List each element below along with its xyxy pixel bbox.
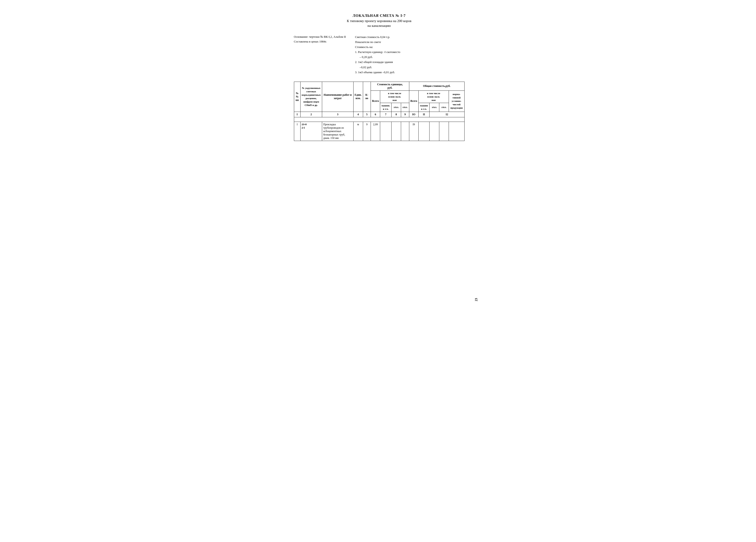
header-price-vtom: в том числеоснов-эксп.ная [380,91,409,103]
data-normative [449,122,464,141]
num-6: 6 [371,112,380,117]
info-left: Основание: чертежи № ВК-I,2, Альбом II С… [294,35,346,75]
page: ЛОКАЛЬНАЯ СМЕТА № I-7 К типовому проекту… [276,0,480,542]
table-row-1: I 23-8 2-I Прокладка трубопроводов из ас… [294,122,464,141]
header-price-zpl: з/пл. [401,103,409,112]
table-header-row1: №№пп № укрупненных сметных норм,единичны… [294,82,464,91]
header-price-group: Стоимость единицы,руб. [371,82,409,91]
header-total-zpl: з/пл. [439,103,449,112]
header-total-vtch: з/пл. [430,103,439,112]
info-right-line4: 1. Расчетную единицу -I скотоместо [355,50,464,55]
header-price-main: машин.в т.ч. [380,103,392,112]
table-number-row: I 2 3 4 5 6 7 8 9 IO II I2 [294,112,464,117]
info-right-line8: 3. 1м3 объема здания –0,01 руб. [355,70,464,75]
title-main: ЛОКАЛЬНАЯ СМЕТА № I-7 [294,14,465,18]
data-total-zpl [439,122,449,141]
header-normative: норма-тивной условно-чистой продукции [449,91,464,112]
header-total-main: машин в т.ч. [418,103,430,112]
data-price-mach [391,122,401,141]
info-right-line6: 2. 1м2 общей площади здания [355,60,464,65]
header-price-total: Всего [371,91,380,112]
header-col-qty: К-во [363,82,371,112]
side-label: 23 [475,298,478,301]
num-11: II [418,112,430,117]
info-left-line1: Основание: чертежи № ВК-I,2, Альбом II [294,35,346,39]
num-5: 5 [363,112,371,117]
data-unit: м [353,122,363,141]
info-right: Сметная стоимость 0,04 т.р. Показатели п… [355,35,464,75]
data-name-cell: Прокладка трубопроводов из асбоцементных… [322,122,353,141]
info-right-line3: Стоимость на: [355,45,464,50]
info-section: Основание: чертежи № ВК-I,2, Альбом II С… [294,35,465,75]
title-section: ЛОКАЛЬНАЯ СМЕТА № I-7 К типовому проекту… [294,14,465,28]
num-1: I [294,112,300,117]
num-8: 8 [391,112,401,117]
num-2: 2 [300,112,322,117]
num-7: 7 [380,112,392,117]
num-12: I2 [430,112,464,117]
header-price-vtch: з/пл. [391,103,401,112]
title-sub1: К типовому проекту коровника на 200 коро… [294,19,465,23]
data-num: I [294,122,300,141]
data-total-mach [430,122,439,141]
num-10: IO [409,112,418,117]
data-code: 23-8 2-I [300,122,322,141]
data-total-all: I9 [409,122,418,141]
info-left-line2: Составлена в ценах 1984г. [294,39,346,44]
data-price-zpl [401,122,409,141]
info-right-line1: Сметная стоимость 0,04 т.р. [355,35,464,40]
data-total-main [418,122,430,141]
header-total-group: Общая стоимость,руб. [409,82,464,91]
header-col-num: №№пп [294,82,300,112]
header-col-code: № укрупненных сметных норм,единичных рас… [300,82,322,112]
num-3: 3 [322,112,353,117]
num-4: 4 [353,112,363,117]
info-right-line7: –0,02 руб. [355,65,464,70]
header-total-vtom: в том числеоснов-эксп.ная [418,91,449,103]
main-table: №№пп № укрупненных сметных норм,единичны… [294,82,465,141]
header-col-unit: Един. изм. [353,82,363,112]
info-right-line2: Показатели по смете [355,40,464,45]
info-right-line5: – 0,20 руб. [355,55,464,60]
data-price-total: 2,09 [371,122,380,141]
title-sub2: на канализацию [294,24,465,28]
data-qty: 9 [363,122,371,141]
data-price-main [380,122,392,141]
num-9: 9 [401,112,409,117]
header-col-name: Наименование работ и затрат [322,82,353,112]
table-row-empty [294,117,464,122]
header-total-all: Всего [409,91,418,112]
